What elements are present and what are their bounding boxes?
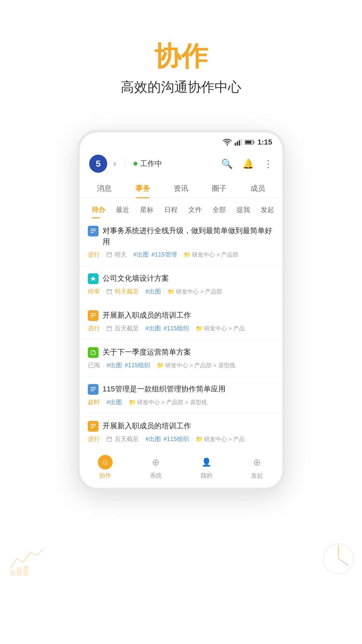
- status-bar: 1:15: [80, 132, 282, 149]
- bottom-nav: ☺ 协作 ⊕ 系统 👤 我的 ⊕ 发起: [80, 450, 282, 488]
- task-icon-1: [88, 226, 99, 236]
- task-meta-5: 超时 · #出图 · 📁 研发中心 > 产品部 > 原型线: [88, 398, 274, 406]
- mine-icon: 👤: [199, 455, 214, 470]
- svg-rect-27: [90, 426, 96, 426]
- svg-rect-26: [90, 424, 96, 425]
- wifi-icon: [223, 139, 232, 146]
- tab-circle[interactable]: 圈子: [200, 178, 238, 198]
- task-title-6: 开展新入职成员的培训工作: [103, 420, 274, 431]
- more-icon[interactable]: ⋮: [263, 158, 273, 169]
- svg-rect-14: [90, 230, 96, 231]
- sub-nav-files[interactable]: 文件: [183, 204, 207, 216]
- svg-rect-9: [239, 140, 240, 146]
- page-header: 协作 高效的沟通协作中心: [0, 0, 362, 116]
- task-icon-5: [88, 384, 99, 395]
- signal-icon: [235, 139, 242, 146]
- svg-rect-20: [90, 315, 96, 316]
- task-status-4: 已阅: [88, 361, 100, 369]
- task-title-5: 115管理是一款组织管理协作简单应用: [103, 383, 274, 394]
- search-icon[interactable]: 🔍: [221, 158, 233, 169]
- svg-rect-16: [107, 253, 112, 257]
- task-meta-3: 进行 · 后天截至 · #出图 #115组织 · 📁 研发中心 > 产品: [88, 324, 274, 332]
- task-title-2: 公司文化墙设计方案: [103, 273, 274, 284]
- bottom-nav-label-create: 发起: [251, 472, 263, 480]
- svg-rect-25: [90, 390, 94, 391]
- tab-affairs[interactable]: 事务: [123, 178, 162, 198]
- task-status-5: 超时: [88, 398, 100, 406]
- svg-rect-19: [90, 313, 96, 314]
- sub-nav-starred[interactable]: 星标: [135, 204, 159, 216]
- bottom-nav-label-collaborate: 协作: [99, 472, 111, 480]
- status-indicator: 工作中: [133, 159, 162, 169]
- status-label: 工作中: [140, 159, 162, 169]
- svg-marker-17: [90, 276, 96, 281]
- svg-rect-21: [90, 317, 94, 317]
- header-divider: [125, 159, 125, 169]
- task-item[interactable]: 115管理是一款组织管理协作简单应用 超时 · #出图 · 📁 研发中心 > 产…: [80, 377, 282, 413]
- task-meta-4: 已阅 · #出图 #115组织 · 📁 研发中心 > 产品部 > 原型线: [88, 361, 274, 369]
- task-deadline-6: 后天截至: [115, 435, 139, 443]
- status-icons: 1:15: [223, 138, 272, 147]
- header-actions: 🔍 🔔 ⋮: [221, 158, 273, 169]
- task-item[interactable]: 公司文化墙设计方案 待审 · 明天截至 · #出图 · 📁 研发中心 > 产品部: [80, 266, 282, 302]
- task-meta-2: 待审 · 明天截至 · #出图 · 📁 研发中心 > 产品部: [88, 287, 274, 296]
- task-status-1: 进行: [88, 251, 100, 259]
- task-meta-6: 进行 · 后天截至 · #出图 #115组织 · 📁 研发中心 > 产品: [88, 435, 274, 443]
- tab-members[interactable]: 成员: [239, 178, 277, 198]
- task-icon-2: [88, 273, 99, 284]
- svg-rect-28: [90, 427, 94, 428]
- sub-nav-recent[interactable]: 最近: [111, 204, 135, 216]
- bottom-nav-label-mine: 我的: [200, 472, 213, 480]
- bottom-nav-mine[interactable]: 👤 我的: [181, 455, 232, 480]
- svg-rect-0: [10, 571, 15, 576]
- task-status-2: 待审: [88, 287, 100, 296]
- task-status-6: 进行: [88, 435, 100, 443]
- svg-rect-13: [90, 229, 96, 229]
- task-item[interactable]: 对事务系统进行全线升级，做到最简单做到最简单好用 进行 · 明天 · #出图 #…: [80, 218, 282, 265]
- sub-nav-pending[interactable]: 待办: [86, 204, 111, 216]
- task-item[interactable]: 关于下一季度运营简单方案 已阅 · #出图 #115组织 · 📁 研发中心 > …: [80, 340, 282, 376]
- dropdown-arrow-icon[interactable]: ∨: [113, 160, 117, 167]
- svg-rect-1: [17, 567, 22, 576]
- svg-rect-18: [107, 289, 112, 294]
- avatar-badge[interactable]: 5: [89, 155, 107, 173]
- collaborate-icon: ☺: [98, 455, 113, 470]
- task-icon-6: [88, 421, 99, 432]
- nav-tabs: 消息 事务 资讯 圈子 成员: [80, 178, 282, 199]
- sub-nav-launch[interactable]: 发起: [255, 204, 280, 216]
- tab-news[interactable]: 资讯: [162, 178, 200, 198]
- tab-message[interactable]: 消息: [85, 178, 123, 198]
- page-subtitle: 高效的沟通协作中心: [0, 78, 362, 96]
- bottom-nav-label-system: 系统: [150, 472, 162, 480]
- system-icon: ⊕: [148, 455, 163, 470]
- svg-rect-7: [235, 143, 236, 146]
- bottom-nav-create[interactable]: ⊕ 发起: [232, 455, 282, 480]
- sub-nav-all[interactable]: 全部: [207, 204, 231, 216]
- create-icon: ⊕: [250, 455, 264, 470]
- task-item[interactable]: 开展新入职成员的培训工作 进行 · 后天截至 · #出图 #115组织 · 📁 …: [80, 303, 282, 339]
- task-deadline-1: 明天: [115, 251, 127, 259]
- task-title-3: 开展新入职成员的培训工作: [103, 310, 274, 321]
- task-deadline-3: 后天截至: [115, 324, 139, 332]
- app-header: 5 ∨ 工作中 🔍 🔔 ⋮: [80, 149, 282, 178]
- bottom-nav-collaborate[interactable]: ☺ 协作: [80, 455, 130, 480]
- bell-icon[interactable]: 🔔: [242, 158, 254, 169]
- svg-rect-15: [90, 232, 94, 233]
- page-title: 协作: [0, 40, 362, 72]
- online-dot: [133, 162, 137, 166]
- svg-rect-2: [23, 566, 28, 576]
- bottom-nav-system[interactable]: ⊕ 系统: [130, 455, 181, 480]
- sub-nav: 待办 最近 星标 日程 文件 全部 提我 发起: [80, 199, 282, 218]
- task-icon-4: [88, 347, 99, 358]
- battery-icon: [245, 140, 255, 145]
- svg-rect-29: [107, 437, 112, 441]
- task-meta-1: 进行 · 明天 · #出图 #115管理 · 📁 研发中心 > 产品部: [88, 251, 274, 259]
- decor-chart-right: [322, 542, 355, 584]
- svg-rect-22: [107, 326, 112, 331]
- sub-nav-schedule[interactable]: 日程: [159, 204, 183, 216]
- task-item[interactable]: 开展新入职成员的培训工作 进行 · 后天截至 · #出图 #115组织 · 📁 …: [80, 414, 282, 450]
- decor-chart-left: [7, 542, 47, 577]
- task-list: 对事务系统进行全线升级，做到最简单做到最简单好用 进行 · 明天 · #出图 #…: [80, 218, 282, 450]
- svg-rect-12: [245, 141, 251, 144]
- sub-nav-mention[interactable]: 提我: [231, 204, 255, 216]
